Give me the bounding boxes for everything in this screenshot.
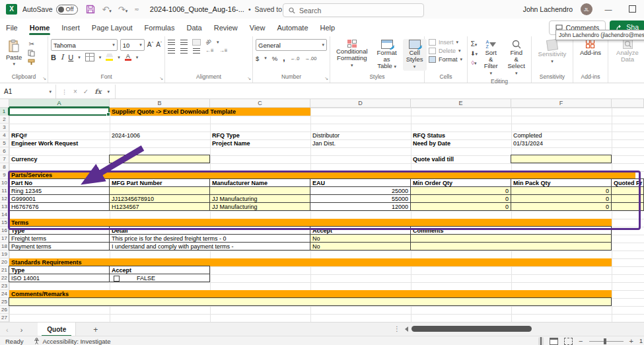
column-header-B[interactable]: B [110, 99, 210, 108]
enter-icon[interactable]: ✓ [83, 88, 89, 95]
checkbox-iso14001[interactable] [114, 276, 120, 282]
fill-color-button[interactable] [106, 54, 113, 61]
cell-styles-button[interactable]: CellStyles ▾ [403, 39, 427, 71]
bottom-align-button[interactable] [193, 40, 200, 45]
row-header-14[interactable]: 14 [0, 211, 9, 219]
insert-function-icon[interactable]: fx [94, 88, 101, 95]
fill-button[interactable]: ⬇▾ [470, 50, 478, 57]
analyze-data-button[interactable]: AnalyzeData [613, 39, 642, 63]
avatar[interactable]: JL [581, 3, 592, 15]
row-header-10[interactable]: 10 [0, 179, 9, 187]
ribbon-tab-data[interactable]: Data [180, 19, 207, 36]
fill-color-chevron-icon[interactable]: ▾ [118, 55, 120, 60]
formula-drag-handle[interactable]: ⋮ [61, 89, 67, 95]
spreadsheet-grid[interactable]: ABCDEF 123456789101112131415161718192021… [0, 99, 644, 322]
cell-F7[interactable] [511, 155, 612, 163]
cell-A5[interactable]: Engineer Work Request [9, 139, 110, 147]
format-painter-icon[interactable] [28, 59, 35, 65]
cell-C5[interactable]: Project Name [210, 139, 310, 147]
row-header-8[interactable]: 8 [0, 163, 9, 171]
middle-align-button[interactable] [180, 40, 188, 45]
paste-button[interactable]: Paste ▾ [3, 39, 25, 67]
cell-A7[interactable]: Currency [9, 155, 110, 163]
row-header-15[interactable]: 15 [0, 219, 9, 227]
normal-view-button[interactable] [538, 337, 544, 345]
cell-A22[interactable]: ISO 14001 [9, 274, 110, 282]
zoom-slider-thumb[interactable] [604, 338, 606, 344]
percent-button[interactable]: % [272, 55, 277, 62]
cell-G13[interactable] [611, 202, 644, 211]
zoom-slider[interactable] [589, 341, 624, 342]
row-header-11[interactable]: 11 [0, 187, 9, 195]
select-all-corner[interactable] [0, 99, 9, 108]
top-align-button[interactable] [168, 40, 175, 45]
column-header-D[interactable]: D [310, 99, 411, 108]
borders-chevron-icon[interactable]: ▾ [99, 55, 102, 60]
horizontal-scrollbar[interactable]: ⋮ [394, 322, 644, 336]
clear-button[interactable]: ◊▾ [472, 59, 477, 66]
row-header-22[interactable]: 22 [0, 274, 9, 282]
cell-E13[interactable]: 0 [410, 202, 511, 211]
cancel-icon[interactable]: × [73, 88, 77, 95]
column-header-G[interactable] [612, 99, 644, 108]
row-header-3[interactable]: 3 [0, 124, 9, 132]
save-icon[interactable] [86, 5, 95, 14]
autosave-pill[interactable]: Off [56, 5, 79, 15]
orientation-chevron-icon[interactable]: ▾ [217, 40, 219, 45]
name-box[interactable]: A1 ▾ [0, 85, 56, 98]
user-name[interactable]: John Lachendro [523, 5, 573, 13]
ribbon-tab-page-layout[interactable]: Page Layout [86, 19, 139, 36]
row-header-9[interactable]: 9 [0, 171, 9, 179]
autosave-toggle[interactable]: AutoSave Off [22, 5, 78, 15]
prev-sheet-button[interactable]: ‹ [0, 326, 15, 334]
column-header-F[interactable]: F [511, 99, 612, 108]
borders-button[interactable] [85, 53, 94, 61]
ribbon-tab-view[interactable]: View [244, 19, 271, 36]
shrink-font-button[interactable]: Aˇ [156, 41, 162, 48]
cell-B18[interactable]: I understand and comply with payment ter… [109, 242, 310, 250]
underline-chevron-icon[interactable]: ▾ [78, 55, 81, 60]
cell-F13[interactable]: 0 [511, 202, 612, 211]
cell-F4[interactable]: Completed [511, 132, 612, 139]
cell-A25[interactable] [9, 297, 612, 306]
row-header-7[interactable]: 7 [0, 155, 9, 163]
find-select-button[interactable]: Find &Select ▾ [504, 39, 528, 77]
row-header-4[interactable]: 4 [0, 132, 9, 139]
cell-B22[interactable]: FALSE [109, 274, 210, 282]
search-input[interactable]: Search [283, 3, 424, 17]
cell-E18[interactable] [410, 242, 612, 250]
cell-B4[interactable]: 2024-1006 [110, 132, 210, 139]
document-title[interactable]: 2024-1006_Quote_Aug-16-... [150, 5, 244, 13]
row-header-5[interactable]: 5 [0, 139, 9, 147]
cell-C13[interactable]: JJ Manufacturing [209, 202, 310, 211]
row-header-23[interactable]: 23 [0, 282, 9, 290]
sheet-tab-quote[interactable]: Quote [38, 323, 76, 336]
row-header-16[interactable]: 16 [0, 227, 9, 235]
cut-icon[interactable]: ✂ [29, 40, 34, 48]
row-header-1[interactable]: 1 [0, 108, 9, 116]
redo-icon[interactable]: ↷▾ [118, 5, 127, 15]
cell-B13[interactable]: H1234567 [109, 202, 210, 211]
increase-indent-button[interactable]: →≡ [219, 48, 228, 54]
row-header-24[interactable]: 24 [0, 290, 9, 298]
comma-style-button[interactable]: , [283, 54, 285, 63]
row-header-19[interactable]: 19 [0, 250, 9, 258]
ribbon-tab-home[interactable]: Home [24, 19, 56, 36]
cell-D13[interactable]: 12000 [310, 202, 411, 211]
grow-font-button[interactable]: A^ [147, 41, 154, 48]
ribbon-tab-help[interactable]: Help [314, 19, 341, 36]
conditional-formatting-button[interactable]: ConditionalFormatting ▾ [333, 39, 371, 69]
copy-icon[interactable] [28, 50, 35, 57]
formula-input[interactable] [115, 85, 644, 98]
sort-filter-button[interactable]: AZ Sort &Filter ▾ [480, 39, 501, 77]
bold-button[interactable]: B [51, 54, 56, 61]
increase-decimal-button[interactable]: ←.0 [291, 56, 300, 61]
cell-C4[interactable]: RFQ Type [210, 132, 310, 139]
alignment-dialog-launcher[interactable]: ↘ [247, 76, 251, 81]
row-header-12[interactable]: 12 [0, 195, 9, 203]
cell-B7[interactable] [109, 155, 210, 163]
cell-A18[interactable]: Payment terms [9, 242, 110, 250]
row-header-17[interactable]: 17 [0, 235, 9, 243]
addins-button[interactable]: Add-ins [577, 39, 604, 57]
new-sheet-button[interactable]: + [76, 325, 115, 334]
